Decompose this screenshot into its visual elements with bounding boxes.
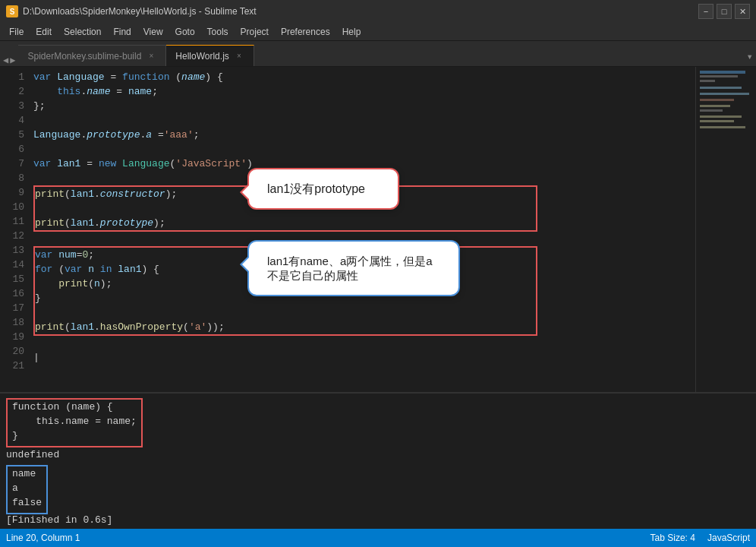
svg-rect-6 <box>700 105 730 107</box>
tab-size[interactable]: Tab Size: 4 <box>650 533 695 543</box>
bubble2-text: lan1有name、a两个属性，但是a不是它自己的属性 <box>267 255 433 282</box>
title-bar: S D:\Downloads\SpiderMonkey\HelloWorld.j… <box>0 0 756 23</box>
output-line-this: this.name = name; <box>12 416 137 430</box>
tab-label-active: HelloWorld.js <box>175 51 228 62</box>
output-panel: function (name) { this.name = name; } un… <box>0 392 756 529</box>
minimize-button[interactable]: − <box>698 4 713 19</box>
menu-tools[interactable]: Tools <box>201 23 235 40</box>
output-finished: [Finished in 0.6s] <box>6 514 750 529</box>
menu-view[interactable]: View <box>137 23 169 40</box>
app-icon: S <box>6 5 18 17</box>
svg-rect-4 <box>700 93 749 95</box>
cursor-position: Line 20, Column 1 <box>6 533 80 543</box>
tab-label: SpiderMonkey.sublime-build <box>27 51 141 62</box>
menu-find[interactable]: Find <box>107 23 137 40</box>
code-line-21 <box>33 365 689 379</box>
menu-goto[interactable]: Goto <box>169 23 201 40</box>
svg-rect-9 <box>700 120 734 122</box>
maximize-button[interactable]: □ <box>717 4 732 19</box>
output-line-fn: function (name) { <box>12 401 137 416</box>
tab-scroll-arrows[interactable]: ◀ ▶ <box>0 55 18 66</box>
output-line-close: } <box>12 430 137 444</box>
svg-rect-0 <box>700 71 745 74</box>
svg-rect-2 <box>700 80 715 82</box>
code-line-20 <box>33 350 689 365</box>
code-line-18: print(lan1.hasOwnProperty('a')); <box>35 320 536 334</box>
minimap-svg <box>696 67 756 295</box>
output-blue-block: name a false <box>6 465 48 514</box>
code-line-11: print(lan1.prototype); <box>35 216 536 230</box>
tab-left-arrow[interactable]: ◀ <box>3 55 8 66</box>
svg-rect-1 <box>700 75 738 77</box>
code-line-17 <box>35 305 536 320</box>
code-line-1: var Language = function (name) { <box>33 70 689 84</box>
code-line-4 <box>33 113 689 128</box>
bubble1-text: lan1没有prototype <box>267 182 365 195</box>
menu-edit[interactable]: Edit <box>30 23 58 40</box>
svg-rect-8 <box>700 115 742 118</box>
status-bar: Line 20, Column 1 Tab Size: 4 JavaScript <box>0 529 756 547</box>
code-line-2: this.name = name; <box>33 84 689 99</box>
svg-rect-5 <box>700 99 734 101</box>
code-line-19 <box>33 336 689 350</box>
tab-close-helloworld[interactable]: × <box>234 51 244 62</box>
output-a: a <box>12 482 42 497</box>
status-left: Line 20, Column 1 <box>6 533 80 543</box>
speech-bubble-1: lan1没有prototype <box>247 168 399 210</box>
tab-right-arrow[interactable]: ▶ <box>10 55 15 66</box>
minimap <box>695 67 756 392</box>
menu-preferences[interactable]: Preferences <box>275 23 336 40</box>
tab-spidermonkey-build[interactable]: SpiderMonkey.sublime-build × <box>18 45 166 66</box>
speech-bubble-2: lan1有name、a两个属性，但是a不是它自己的属性 <box>247 240 460 296</box>
output-undefined: undefined <box>6 449 750 463</box>
menu-project[interactable]: Project <box>235 23 275 40</box>
tab-bar-end: ▾ <box>254 50 756 66</box>
svg-rect-7 <box>700 109 723 112</box>
line-numbers: 1 2 3 4 5 6 7 8 9 10 11 12 13 14 15 16 1… <box>0 67 27 392</box>
menu-file[interactable]: File <box>3 23 30 40</box>
status-right: Tab Size: 4 JavaScript <box>650 533 750 543</box>
close-button[interactable]: ✕ <box>735 4 750 19</box>
code-line-6 <box>33 142 689 157</box>
svg-rect-10 <box>700 126 745 128</box>
language-indicator[interactable]: JavaScript <box>707 533 750 543</box>
output-red-block: function (name) { this.name = name; } <box>6 398 143 447</box>
menu-selection[interactable]: Selection <box>58 23 107 40</box>
menu-bar: File Edit Selection Find View Goto Tools… <box>0 23 756 41</box>
tab-helloworld-js[interactable]: HelloWorld.js × <box>166 45 254 66</box>
tab-bar: ◀ ▶ SpiderMonkey.sublime-build × HelloWo… <box>0 41 756 67</box>
window-controls[interactable]: − □ ✕ <box>698 4 750 19</box>
code-content: 1 2 3 4 5 6 7 8 9 10 11 12 13 14 15 16 1… <box>0 67 756 392</box>
window-title: D:\Downloads\SpiderMonkey\HelloWorld.js … <box>23 6 257 17</box>
code-line-5: Language.prototype.a ='aaa'; <box>33 128 689 142</box>
menu-help[interactable]: Help <box>336 23 367 40</box>
code-editor[interactable]: 1 2 3 4 5 6 7 8 9 10 11 12 13 14 15 16 1… <box>0 67 756 392</box>
tab-close-spidermonkey[interactable]: × <box>146 51 156 62</box>
output-name: name <box>12 468 42 482</box>
code-line-3: }; <box>33 99 689 113</box>
svg-rect-3 <box>700 87 742 89</box>
code-lines[interactable]: var Language = function (name) { this.na… <box>27 67 695 392</box>
output-false: false <box>12 497 42 511</box>
main-area: 1 2 3 4 5 6 7 8 9 10 11 12 13 14 15 16 1… <box>0 67 756 392</box>
title-bar-left: S D:\Downloads\SpiderMonkey\HelloWorld.j… <box>6 5 257 17</box>
